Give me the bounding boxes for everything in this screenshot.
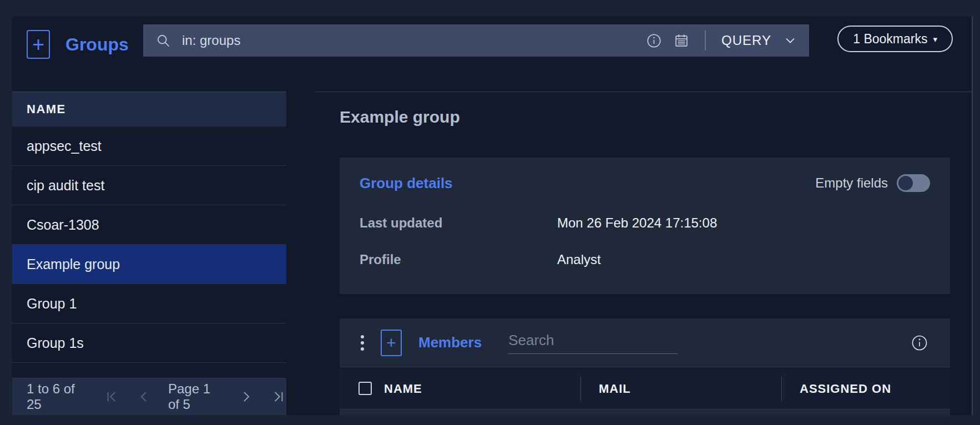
group-row[interactable]: Group 1s — [12, 323, 286, 363]
group-row[interactable]: cip audit test — [12, 166, 286, 205]
members-table-header: NAME MAIL ASSIGNED ON — [340, 367, 950, 409]
search-input[interactable] — [182, 33, 646, 48]
pagination-page: Page 1 of 5 — [168, 381, 222, 412]
info-icon[interactable] — [911, 335, 928, 351]
pagination-range: 1 to 6 of 25 — [27, 381, 79, 412]
members-column-assigned-on[interactable]: ASSIGNED ON — [800, 382, 891, 396]
info-icon[interactable] — [646, 33, 661, 48]
members-column-mail[interactable]: MAIL — [599, 382, 631, 396]
empty-fields-toggle[interactable] — [897, 174, 930, 192]
first-page-icon[interactable] — [104, 389, 119, 404]
previous-page-icon[interactable] — [136, 389, 151, 404]
select-all-checkbox[interactable] — [358, 382, 372, 395]
members-card: + Members NAME MAIL ASSIGNED ON — [340, 318, 950, 416]
search-bar[interactable]: QUERY — [143, 24, 809, 57]
detail-field-row: Profile Analyst — [360, 252, 601, 267]
chevron-down-icon[interactable] — [784, 34, 797, 47]
group-row[interactable]: appsec_test — [12, 127, 286, 166]
group-row[interactable]: Group 1 — [12, 284, 286, 323]
members-title: Members — [418, 334, 482, 351]
group-row[interactable]: Csoar-1308 — [12, 205, 286, 245]
list-spacer — [12, 363, 286, 378]
group-details-card: Group details Empty fields Last updated … — [340, 158, 950, 294]
bookmarks-button[interactable]: 1 Bookmarks ▾ — [837, 26, 953, 52]
detail-field-row: Last updated Mon 26 Feb 2024 17:15:08 — [360, 215, 717, 231]
group-details-title: Group details — [360, 175, 453, 192]
add-group-button[interactable]: + — [27, 30, 50, 59]
field-label: Last updated — [360, 215, 557, 231]
group-list-panel: NAME appsec_test cip audit test Csoar-13… — [12, 92, 286, 415]
field-value: Analyst — [557, 252, 601, 267]
next-page-icon[interactable] — [239, 389, 254, 404]
group-list-column-header[interactable]: NAME — [12, 92, 286, 127]
field-value: Mon 26 Feb 2024 17:15:08 — [557, 215, 717, 231]
top-bar: + Groups — [12, 17, 972, 92]
page-title: Groups — [65, 34, 129, 55]
toggle-knob — [898, 176, 913, 190]
members-column-name[interactable]: NAME — [384, 382, 422, 396]
pagination-bar: 1 to 6 of 25 Page 1 of 5 — [12, 378, 286, 415]
empty-fields-label: Empty fields — [815, 175, 888, 191]
app-window: + Groups — [12, 17, 973, 415]
bookmarks-label: 1 Bookmarks — [853, 32, 927, 47]
search-icon — [155, 33, 171, 48]
detail-pane: Example group Group details Empty fields… — [315, 92, 973, 415]
caret-down-icon: ▾ — [933, 35, 937, 43]
column-divider — [781, 377, 782, 401]
divider — [705, 31, 706, 50]
last-page-icon[interactable] — [271, 389, 286, 404]
kebab-menu-icon[interactable] — [358, 333, 366, 353]
query-dropdown-label[interactable]: QUERY — [721, 33, 771, 48]
field-label: Profile — [360, 252, 557, 267]
members-table-row-partial — [340, 409, 950, 415]
group-row-selected[interactable]: Example group — [12, 245, 286, 284]
selected-group-heading: Example group — [340, 108, 460, 127]
members-search-input[interactable] — [508, 332, 678, 354]
add-member-button[interactable]: + — [381, 330, 402, 356]
calendar-icon[interactable] — [674, 33, 689, 48]
column-divider — [580, 377, 581, 401]
